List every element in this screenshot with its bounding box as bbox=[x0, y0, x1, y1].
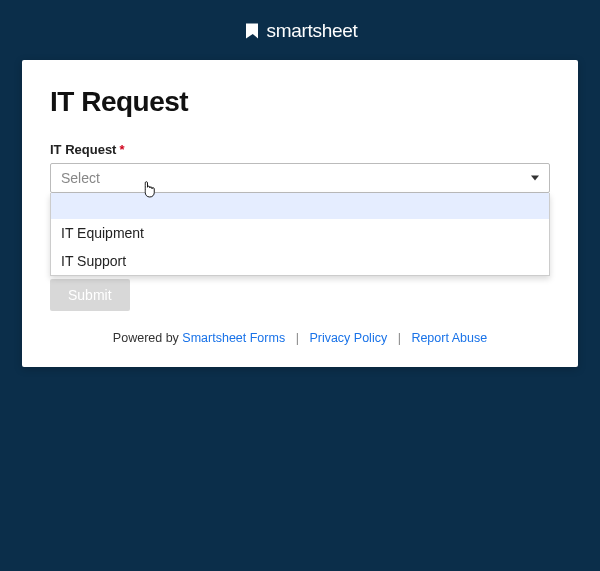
form-title: IT Request bbox=[50, 86, 550, 118]
report-abuse-link[interactable]: Report Abuse bbox=[411, 331, 487, 345]
submit-button[interactable]: Submit bbox=[50, 279, 130, 311]
footer-separator: | bbox=[296, 331, 299, 345]
app-header: smartsheet bbox=[0, 0, 600, 60]
dropdown-option-blank[interactable] bbox=[51, 193, 549, 219]
it-request-select[interactable]: Select bbox=[50, 163, 550, 193]
select-placeholder: Select bbox=[61, 170, 100, 186]
required-asterisk: * bbox=[119, 142, 124, 157]
it-request-select-wrapper: Select IT Equipment IT Support bbox=[50, 163, 550, 193]
dropdown-option-it-equipment[interactable]: IT Equipment bbox=[51, 219, 549, 247]
dropdown-option-it-support[interactable]: IT Support bbox=[51, 247, 549, 275]
smartsheet-forms-link[interactable]: Smartsheet Forms bbox=[182, 331, 285, 345]
form-card: IT Request IT Request * Select IT Equipm… bbox=[22, 60, 578, 367]
footer-separator: | bbox=[398, 331, 401, 345]
form-footer: Powered by Smartsheet Forms | Privacy Po… bbox=[50, 331, 550, 345]
select-caret-icon bbox=[531, 176, 539, 181]
footer-prefix: Powered by bbox=[113, 331, 182, 345]
field-label-row: IT Request * bbox=[50, 142, 550, 157]
smartsheet-logo-icon bbox=[243, 22, 261, 40]
field-label: IT Request bbox=[50, 142, 116, 157]
brand-name: smartsheet bbox=[267, 20, 358, 42]
it-request-dropdown-menu: IT Equipment IT Support bbox=[50, 193, 550, 276]
form-actions: Submit bbox=[50, 279, 550, 311]
privacy-policy-link[interactable]: Privacy Policy bbox=[309, 331, 387, 345]
